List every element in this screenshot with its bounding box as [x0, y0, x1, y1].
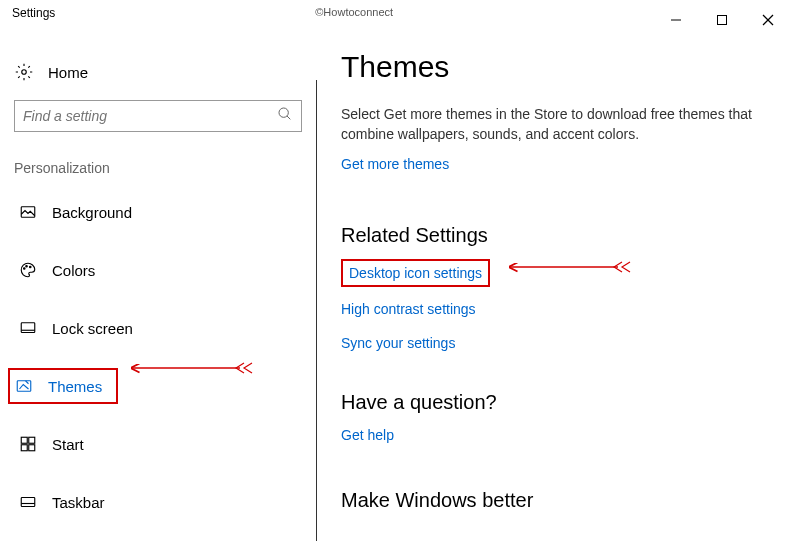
window-title: Settings [12, 6, 55, 20]
svg-rect-16 [21, 445, 27, 451]
page-title: Themes [341, 50, 767, 84]
svg-rect-17 [29, 445, 35, 451]
svg-rect-14 [21, 437, 27, 443]
search-icon [277, 106, 293, 126]
high-contrast-settings-link[interactable]: High contrast settings [341, 301, 767, 317]
nav-label: Background [52, 204, 132, 221]
svg-rect-1 [718, 16, 727, 25]
svg-point-9 [26, 266, 28, 268]
titlebar: Settings ©Howtoconnect [0, 0, 791, 30]
lock-screen-icon [18, 318, 38, 338]
watermark: ©Howtoconnect [55, 6, 653, 18]
nav-item-start[interactable]: Start [14, 426, 302, 462]
nav-label: Taskbar [52, 494, 105, 511]
image-icon [18, 202, 38, 222]
nav-item-lock-screen[interactable]: Lock screen [14, 310, 302, 346]
nav-item-themes[interactable]: Themes [8, 368, 118, 404]
get-help-link[interactable]: Get help [341, 427, 394, 443]
gear-icon [14, 62, 34, 82]
question-heading: Have a question? [341, 391, 767, 414]
svg-rect-11 [21, 323, 35, 333]
get-more-themes-link[interactable]: Get more themes [341, 156, 449, 172]
svg-rect-15 [29, 437, 35, 443]
sync-your-settings-link[interactable]: Sync your settings [341, 335, 767, 351]
search-input[interactable] [23, 108, 277, 124]
palette-icon [18, 260, 38, 280]
svg-point-4 [22, 70, 27, 75]
svg-point-10 [30, 266, 32, 268]
nav-label: Colors [52, 262, 95, 279]
nav-item-taskbar[interactable]: Taskbar [14, 484, 302, 520]
home-nav[interactable]: Home [14, 58, 302, 100]
category-label: Personalization [14, 160, 302, 176]
themes-description: Select Get more themes in the Store to d… [341, 104, 767, 145]
taskbar-icon [18, 492, 38, 512]
nav-label: Start [52, 436, 84, 453]
related-settings-heading: Related Settings [341, 224, 767, 247]
sidebar: Home Personalization Background Colors [0, 30, 316, 541]
make-better-heading: Make Windows better [341, 489, 767, 512]
svg-point-8 [24, 268, 26, 270]
nav-item-background[interactable]: Background [14, 194, 302, 230]
main-content: Themes ⁠ Select Get more themes in the S… [317, 30, 791, 541]
start-icon [18, 434, 38, 454]
nav-item-colors[interactable]: Colors [14, 252, 302, 288]
home-label: Home [48, 64, 88, 81]
svg-rect-13 [17, 381, 31, 392]
svg-rect-18 [21, 498, 35, 507]
nav-label: Themes [48, 378, 102, 395]
svg-line-6 [287, 116, 290, 119]
nav-label: Lock screen [52, 320, 133, 337]
search-box[interactable] [14, 100, 302, 132]
svg-point-5 [279, 108, 288, 117]
themes-icon [14, 376, 34, 396]
desktop-icon-settings-link[interactable]: Desktop icon settings [341, 259, 490, 287]
